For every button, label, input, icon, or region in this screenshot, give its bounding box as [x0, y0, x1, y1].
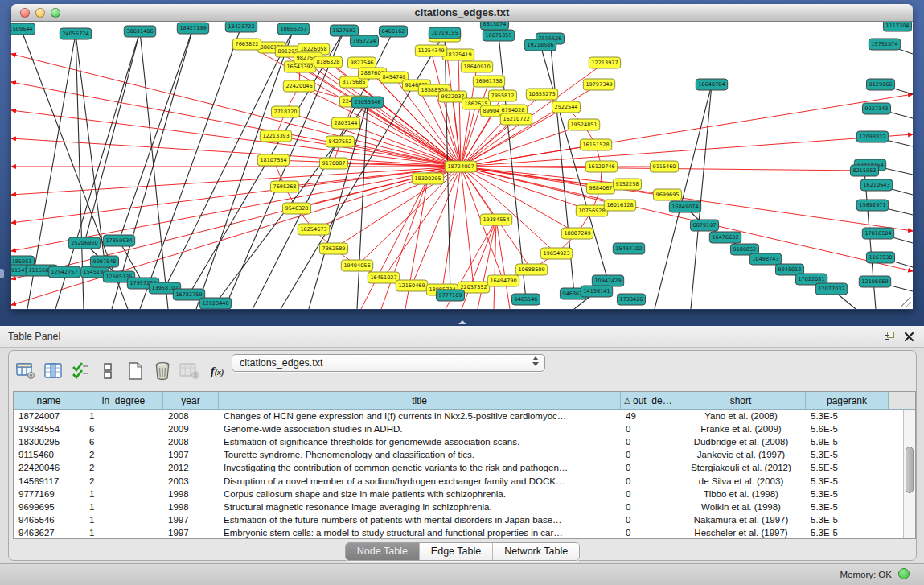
graph-node[interactable]: 12213977 — [589, 57, 620, 68]
graph-node[interactable]: 9170087 — [319, 158, 347, 169]
graph-node[interactable]: 1509644 — [11, 23, 35, 35]
graph-node[interactable]: 10756928 — [576, 205, 607, 216]
table-cell[interactable]: 19384554 — [14, 424, 84, 434]
column-header-year[interactable]: year — [163, 392, 219, 409]
table-cell[interactable]: 2012 — [163, 463, 219, 472]
table-cell[interactable]: 0 — [621, 489, 676, 499]
table-cell[interactable]: 9465546 — [14, 515, 84, 525]
create-table-icon[interactable] — [123, 360, 147, 382]
table-cell[interactable]: 18724007 — [14, 411, 84, 421]
graph-node[interactable]: 19218586 — [524, 39, 556, 51]
graph-node[interactable]: 16451027 — [368, 272, 399, 283]
scrollbar-thumb[interactable] — [906, 447, 914, 493]
table-cell[interactable]: Estimation of significance thresholds fo… — [219, 437, 621, 447]
table-cell[interactable]: 5.5E-5 — [806, 463, 889, 472]
table-cell[interactable]: Tibbo et al. (1998) — [676, 489, 806, 499]
graph-node[interactable]: 17016504 — [862, 228, 893, 239]
graph-node[interactable]: 15494102 — [613, 243, 644, 254]
graph-node[interactable]: 16849074 — [669, 201, 700, 212]
table-row[interactable]: 1872400712008Changes of HCN gene express… — [14, 410, 915, 422]
table-row[interactable]: 911546021997Tourette syndrome. Phenomeno… — [14, 448, 915, 461]
table-cell[interactable]: 9777169 — [14, 489, 84, 499]
graph-node[interactable]: 18300295 — [412, 173, 443, 184]
graph-node[interactable]: 12160469 — [396, 280, 427, 291]
graph-node[interactable]: 25206950 — [68, 237, 100, 249]
column-header-title[interactable]: title — [219, 392, 621, 409]
table-cell[interactable]: Franke et al. (2009) — [676, 424, 806, 434]
table-cell[interactable]: 14569117 — [14, 476, 84, 486]
graph-node[interactable]: 10498743 — [749, 253, 781, 265]
graph-node[interactable]: 9097548 — [90, 256, 118, 267]
table-cell[interactable]: 1997 — [163, 450, 219, 459]
table-cell[interactable]: Wolkin et al. (1998) — [676, 502, 806, 512]
table-cell[interactable]: 2009 — [163, 424, 219, 434]
graph-node[interactable]: 7955812 — [488, 90, 516, 101]
column-header-name[interactable]: name — [14, 392, 84, 409]
table-cell[interactable]: 2 — [84, 450, 163, 459]
table-cell[interactable]: 5.3E-5 — [806, 502, 889, 512]
graph-node[interactable]: 9699695 — [653, 189, 681, 200]
graph-node[interactable]: 6879197 — [690, 220, 718, 231]
table-cell[interactable]: 1 — [84, 411, 163, 421]
table-cell[interactable]: 1998 — [163, 489, 219, 499]
graph-node[interactable]: 1117304 — [883, 22, 911, 31]
graph-node[interactable]: 2803144 — [331, 117, 359, 129]
sidebar-splitter-handle[interactable] — [0, 269, 4, 278]
table-cell[interactable]: Investigating the contribution of common… — [219, 463, 621, 472]
close-panel-icon[interactable] — [904, 331, 914, 341]
graph-node[interactable]: 11254349 — [415, 45, 446, 56]
graph-node[interactable]: 12077032 — [815, 283, 847, 295]
table-cell[interactable]: 9463627 — [14, 528, 84, 538]
table-cell[interactable]: 0 — [621, 515, 676, 525]
table-row[interactable]: 1938455462009Genome-wide association stu… — [14, 422, 915, 435]
table-row[interactable]: 1456911722003Disruption of a novel membe… — [14, 474, 915, 487]
table-row[interactable]: 946362711997Embryonic stem cells: a mode… — [14, 526, 915, 539]
table-cell[interactable]: 1998 — [163, 502, 219, 512]
graph-node[interactable]: 30691406 — [124, 26, 155, 37]
table-cell[interactable]: 1 — [84, 489, 163, 499]
graph-node[interactable]: 18640910 — [461, 61, 492, 72]
table-cell[interactable]: Changes of HCN gene expression and I(f) … — [219, 411, 621, 421]
graph-node[interactable]: 18724007 — [445, 161, 476, 172]
table-cell[interactable]: Corpus callosum shape and size in male p… — [219, 489, 621, 499]
table-cell[interactable]: 1 — [84, 528, 163, 538]
graph-node[interactable]: 16648784 — [696, 79, 727, 90]
table-row[interactable]: 1830029562008Estimation of significance … — [14, 435, 915, 448]
graph-node[interactable]: 8813074 — [480, 22, 508, 30]
graph-node[interactable]: 16210722 — [500, 113, 532, 125]
table-cell[interactable]: 1997 — [163, 528, 219, 538]
table-cell[interactable]: 5.3E-5 — [806, 515, 889, 525]
float-panel-icon[interactable] — [885, 332, 895, 341]
table-cell[interactable]: Hescheler et al. (1997) — [676, 528, 806, 538]
column-header-out_de[interactable]: △out_de… — [621, 392, 676, 409]
graph-node[interactable]: 15692971 — [856, 200, 888, 211]
graph-node[interactable]: 18423722 — [225, 22, 257, 32]
graph-node[interactable]: 9465546 — [511, 294, 540, 305]
table-row[interactable]: 2242004622012Investigating the contribut… — [14, 461, 915, 474]
graph-node[interactable]: 18427199 — [177, 23, 208, 34]
graph-node[interactable]: 1733426 — [617, 294, 645, 305]
graph-node[interactable]: 22420046 — [283, 80, 314, 92]
graph-node[interactable]: 9827546 — [347, 57, 376, 68]
graph-node[interactable]: 7663822 — [232, 39, 261, 50]
graph-node[interactable]: 8186328 — [314, 56, 342, 68]
table-cell[interactable]: 0 — [621, 528, 676, 538]
table-cell[interactable]: 5.3E-5 — [806, 411, 889, 421]
graph-node[interactable]: 14136141 — [581, 286, 612, 297]
table-cell[interactable]: 0 — [621, 476, 676, 486]
column-header-short[interactable]: short — [676, 392, 806, 409]
table-cell[interactable]: Nakamura et al. (1997) — [676, 515, 806, 525]
table-selector[interactable]: citations_edges.txt — [232, 354, 545, 372]
table-cell[interactable]: 5.3E-5 — [806, 450, 889, 459]
table-cell[interactable]: 22420046 — [14, 463, 84, 472]
graph-node[interactable]: 12942757 — [48, 266, 80, 278]
table-cell[interactable]: 6 — [84, 437, 163, 447]
table-cell[interactable]: 2 — [84, 463, 163, 472]
graph-node[interactable]: 19654923 — [540, 248, 572, 259]
table-cell[interactable]: 1997 — [163, 515, 219, 525]
graph-node[interactable]: 18107554 — [257, 154, 289, 166]
table-cell[interactable]: 6 — [84, 424, 163, 434]
table-row[interactable]: 977716911998Corpus callosum shape and si… — [14, 488, 915, 501]
table-row[interactable]: 946554611997Estimation of the future num… — [14, 513, 915, 526]
table-cell[interactable]: 2008 — [163, 437, 219, 447]
